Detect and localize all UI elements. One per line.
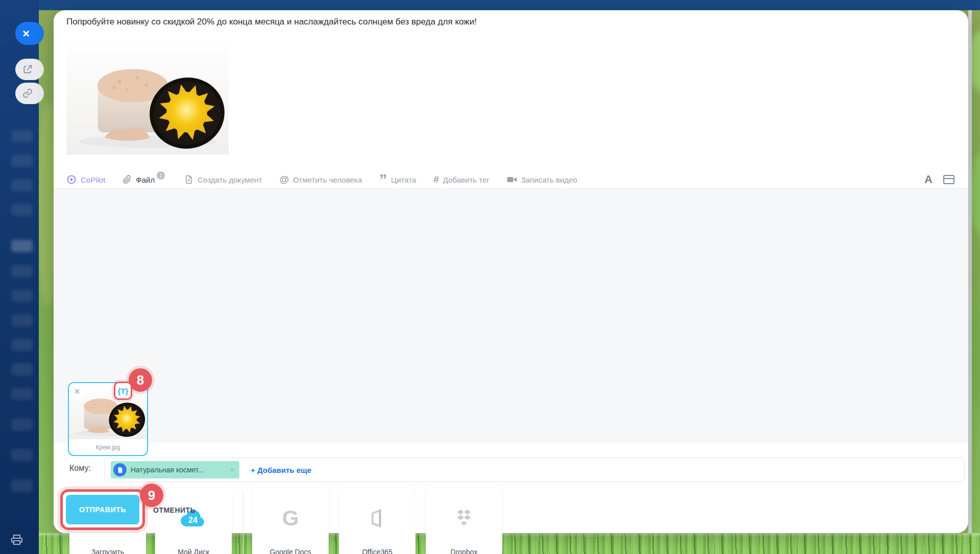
create-document-label: Создать документ	[198, 175, 262, 184]
mention-person-label: Отметить человека	[293, 175, 362, 184]
sidebar-blurred-item	[11, 179, 33, 191]
close-icon: ×	[22, 27, 30, 41]
copy-link-button[interactable]	[15, 83, 44, 104]
attachment-filename: Крем.jpg	[69, 444, 147, 451]
link-icon	[22, 88, 33, 98]
quote-button[interactable]: ” Цитата	[379, 175, 416, 184]
send-button[interactable]: ОТПРАВИТЬ	[66, 495, 139, 524]
sidebar-blurred-item	[11, 480, 33, 492]
at-icon: @	[279, 174, 289, 185]
open-in-new-window-button[interactable]	[15, 59, 44, 80]
cancel-button[interactable]: ОТМЕНИТЬ	[150, 504, 199, 516]
recipients-label: Кому:	[69, 464, 91, 473]
record-video-button[interactable]: Записать видео	[507, 175, 577, 184]
recipient-avatar	[113, 463, 127, 476]
sources-divider	[243, 491, 243, 554]
sidebar-blurred-item	[11, 204, 33, 216]
tutorial-step-9-badge: 9	[140, 484, 163, 507]
source-label: Мой Диск	[155, 548, 232, 554]
close-icon: ×	[74, 386, 80, 397]
page-scrollbar[interactable]	[968, 10, 972, 533]
sidebar-blurred-item	[11, 130, 33, 142]
record-video-label: Записать видео	[521, 175, 577, 184]
add-recipient-button[interactable]: + Добавить еще	[251, 466, 311, 474]
remove-attachment-button[interactable]: ×	[69, 383, 85, 399]
paperclip-icon	[122, 175, 132, 184]
compose-modal: Попробуйте новинку со скидкой 20% до кон…	[54, 10, 968, 533]
add-tag-button[interactable]: # Добавить тег	[433, 174, 489, 185]
my-disk-source-button[interactable]: 24 Мой Диск	[155, 488, 232, 554]
attachment-thumbnail[interactable]: Крем.jpg ×	[68, 382, 148, 456]
attach-file-button[interactable]: Файл 1	[122, 175, 167, 184]
sidebar-blurred-item	[11, 155, 33, 167]
edit-image-text-button[interactable]: {T}	[114, 382, 132, 400]
external-link-icon	[22, 64, 33, 74]
office365-source-button[interactable]: Office365	[339, 488, 415, 554]
attachments-panel: Крем.jpg × 8 {T} Загрузить	[54, 189, 968, 443]
message-body-text[interactable]: Попробуйте новинку со скидкой 20% до кон…	[66, 17, 477, 27]
font-format-button[interactable]: A	[924, 173, 933, 186]
google-docs-source-button[interactable]: G Google Docs	[252, 488, 329, 554]
attach-file-label: Файл	[136, 175, 155, 184]
sidebar-blurred-item	[11, 339, 33, 351]
printer-icon[interactable]	[10, 534, 23, 546]
mention-person-button[interactable]: @ Отметить человека	[279, 174, 362, 185]
sidebar-blurred-item	[11, 449, 33, 461]
quote-icon: ”	[379, 176, 387, 183]
source-label: Загрузить	[69, 548, 146, 554]
document-icon	[184, 175, 193, 184]
recipient-chip[interactable]: Натуральная космет... ×	[111, 461, 239, 479]
google-docs-icon: G	[252, 502, 329, 535]
sidebar-blurred-item	[11, 388, 33, 400]
close-compose-button[interactable]: ×	[15, 22, 44, 45]
office365-icon	[339, 502, 415, 535]
tutorial-highlight-send: ОТПРАВИТЬ	[60, 489, 145, 530]
source-label: Office365	[339, 548, 415, 554]
attachment-count-badge: 1	[157, 171, 165, 180]
sidebar-blurred-item	[11, 314, 33, 326]
sidebar-blurred-item	[11, 265, 33, 278]
video-camera-icon	[507, 175, 517, 184]
source-label: Google Docs	[252, 548, 329, 554]
add-tag-label: Добавить тег	[443, 175, 489, 184]
remove-recipient-button[interactable]: ×	[230, 466, 234, 474]
text-recognition-icon: {T}	[118, 387, 129, 395]
create-document-button[interactable]: Создать документ	[184, 175, 262, 184]
browser-top-bar	[0, 0, 980, 10]
quote-label: Цитата	[391, 175, 416, 184]
sidebar-blurred-item	[11, 240, 33, 252]
copilot-icon	[66, 174, 77, 185]
sidebar-blurred-item	[11, 363, 33, 375]
sidebar-blurred-item	[11, 290, 33, 302]
dropbox-source-button[interactable]: Dropbox	[426, 488, 502, 554]
svg-text:24: 24	[188, 516, 198, 524]
source-label: Dropbox	[426, 548, 502, 554]
compose-toolbar: CoPilot Файл 1 Создать докуме	[66, 171, 577, 188]
hash-icon: #	[433, 174, 439, 185]
screen: × Попробуйте новинку со скидкой 20% до к…	[0, 0, 980, 554]
inline-product-image	[66, 37, 229, 155]
copilot-label: CoPilot	[81, 175, 105, 184]
compose-toolbar-right: A	[924, 171, 955, 188]
recipient-name: Натуральная космет...	[131, 466, 226, 474]
dropbox-icon	[426, 502, 502, 535]
sidebar-blurred-item	[11, 418, 33, 431]
recipients-field[interactable]: Натуральная космет... × + Добавить еще	[105, 458, 965, 482]
copilot-button[interactable]: CoPilot	[66, 174, 105, 185]
layout-panel-icon[interactable]	[943, 174, 955, 185]
